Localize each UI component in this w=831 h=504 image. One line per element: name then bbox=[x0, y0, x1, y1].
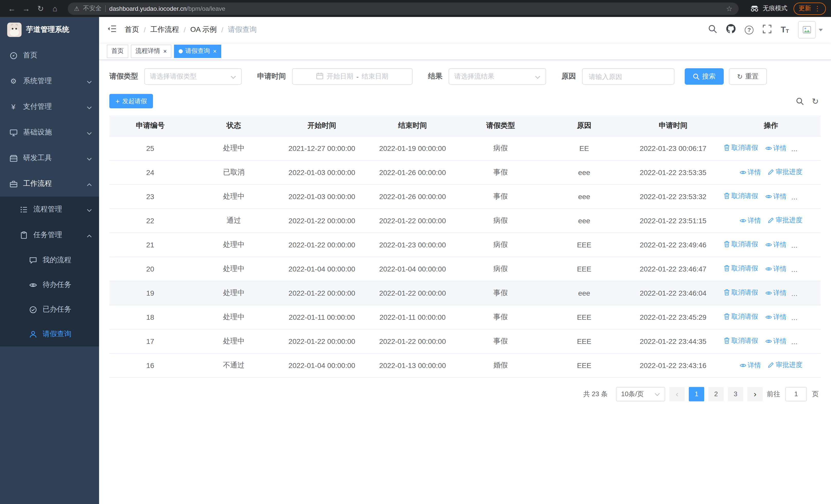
leave-type-select[interactable]: 请选择请假类型 bbox=[144, 68, 242, 85]
detail-link[interactable]: 详情 bbox=[739, 361, 761, 370]
approval-progress-link[interactable]: 审批进度 bbox=[768, 215, 803, 225]
reload-icon[interactable]: ↻ bbox=[34, 2, 47, 15]
eye-icon bbox=[765, 242, 772, 248]
back-icon[interactable]: ← bbox=[5, 2, 19, 15]
breadcrumb-oa-example[interactable]: OA 示例 bbox=[191, 25, 217, 34]
cancel-leave-link[interactable]: 取消请假 bbox=[724, 288, 758, 297]
sidebar-item-done-tasks[interactable]: 已办任务 bbox=[0, 297, 99, 322]
detail-link[interactable]: 详情 bbox=[765, 144, 786, 153]
breadcrumb: 首页/ 工作流程/ OA 示例/ 请假查询 bbox=[125, 25, 257, 34]
sidebar-item-system[interactable]: ⚙ 系统管理 bbox=[0, 68, 99, 94]
sidebar-item-my-process[interactable]: 我的流程 bbox=[0, 248, 99, 272]
list-icon bbox=[20, 206, 28, 213]
reset-button[interactable]: ↻ 重置 bbox=[729, 68, 767, 85]
update-button[interactable]: 更新 ⋮ bbox=[794, 2, 826, 14]
help-icon[interactable]: ? bbox=[745, 25, 753, 34]
approval-progress-link[interactable]: 审批进度 bbox=[794, 192, 821, 201]
approval-progress-link[interactable]: 审批进度 bbox=[794, 264, 821, 273]
search-icon[interactable] bbox=[708, 24, 717, 35]
approval-progress-link[interactable]: 审批进度 bbox=[768, 360, 803, 369]
browser-home-icon[interactable]: ⌂ bbox=[48, 2, 62, 15]
toggle-search-button[interactable] bbox=[796, 97, 804, 105]
page-button-1[interactable]: 1 bbox=[689, 387, 704, 401]
tab-home[interactable]: 首页 bbox=[107, 45, 128, 58]
sidebar-item-label: 流程管理 bbox=[33, 205, 62, 214]
cell-apply-time: 2022-01-22 23:46:47 bbox=[625, 257, 721, 281]
edit-icon bbox=[768, 362, 774, 368]
tab-process-detail[interactable]: 流程详情× bbox=[131, 45, 171, 58]
sidebar-menu: 首页 ⚙ 系统管理 ¥ 支付管理 基础设施 bbox=[0, 42, 99, 347]
leave-table: 申请编号 状态 开始时间 结束时间 请假类型 原因 申请时间 操作 bbox=[109, 116, 821, 378]
sidebar-item-payment[interactable]: ¥ 支付管理 bbox=[0, 94, 99, 120]
detail-link[interactable]: 详情 bbox=[765, 192, 786, 202]
approval-progress-link[interactable]: 审批进度 bbox=[794, 312, 821, 322]
address-bar[interactable]: ⚠ 不安全 dashboard.yudao.iocoder.cn/bpm/oa/… bbox=[68, 2, 739, 14]
detail-link[interactable]: 详情 bbox=[765, 265, 786, 274]
refresh-button[interactable]: ↻ bbox=[812, 96, 819, 106]
approval-progress-link[interactable]: 审批进度 bbox=[794, 336, 821, 346]
result-select[interactable]: 请选择流结果 bbox=[449, 68, 546, 85]
cell-reason: EEE bbox=[543, 257, 625, 281]
cancel-leave-link[interactable]: 取消请假 bbox=[724, 240, 758, 249]
reason-input[interactable] bbox=[582, 68, 675, 85]
col-apply-id: 申请编号 bbox=[109, 116, 191, 136]
sidebar-item-workflow[interactable]: 工作流程 bbox=[0, 171, 99, 197]
incognito-badge: 无痕模式 bbox=[750, 4, 787, 13]
sidebar-item-task-management[interactable]: 任务管理 bbox=[0, 222, 99, 248]
detail-link[interactable]: 详情 bbox=[765, 337, 786, 346]
tab-leave-query[interactable]: 请假查询× bbox=[174, 45, 221, 58]
page-button-3[interactable]: 3 bbox=[728, 387, 743, 401]
cell-end-time: 2022-01-19 00:00:00 bbox=[367, 136, 458, 160]
cancel-leave-link[interactable]: 取消请假 bbox=[724, 312, 758, 321]
sidebar-item-home[interactable]: 首页 bbox=[0, 42, 99, 68]
chevron-up-icon bbox=[87, 231, 92, 239]
breadcrumb-home[interactable]: 首页 bbox=[125, 25, 139, 34]
sidebar-fold-icon[interactable] bbox=[107, 25, 116, 35]
sidebar-item-todo-tasks[interactable]: 待办任务 bbox=[0, 272, 99, 297]
cancel-leave-link[interactable]: 取消请假 bbox=[724, 336, 758, 346]
next-page-button[interactable]: › bbox=[747, 387, 763, 401]
table-row: 19 处理中 2022-01-22 00:00:00 2022-01-22 00… bbox=[109, 281, 821, 305]
sidebar-item-infrastructure[interactable]: 基础设施 bbox=[0, 120, 99, 145]
approval-progress-link[interactable]: 审批进度 bbox=[768, 167, 803, 177]
approval-progress-link[interactable]: 审批进度 bbox=[794, 240, 821, 249]
app-logo[interactable]: 芋道管理系统 bbox=[0, 17, 99, 42]
sidebar-item-process-management[interactable]: 流程管理 bbox=[0, 197, 99, 222]
forward-icon[interactable]: → bbox=[20, 2, 33, 15]
breadcrumb-workflow[interactable]: 工作流程 bbox=[150, 25, 179, 34]
security-label[interactable]: 不安全 bbox=[83, 4, 102, 13]
create-leave-button[interactable]: + 发起请假 bbox=[109, 94, 153, 108]
fullscreen-icon[interactable] bbox=[763, 24, 771, 35]
approval-progress-link[interactable]: 审批进度 bbox=[794, 144, 821, 153]
cancel-leave-link[interactable]: 取消请假 bbox=[724, 264, 758, 273]
browser-menu-icon[interactable]: ⋮ bbox=[814, 5, 821, 12]
search-button[interactable]: 搜索 bbox=[685, 68, 724, 85]
cell-apply-time: 2022-01-22 23:43:16 bbox=[625, 353, 721, 377]
font-size-icon[interactable]: TT bbox=[781, 26, 789, 34]
page-size-select[interactable]: 10条/页 bbox=[616, 387, 665, 401]
cancel-leave-link[interactable]: 取消请假 bbox=[724, 143, 758, 152]
goto-page-input[interactable] bbox=[785, 387, 807, 401]
detail-link[interactable]: 详情 bbox=[739, 168, 761, 177]
sidebar-item-dev-tools[interactable]: 研发工具 bbox=[0, 145, 99, 171]
approval-progress-link[interactable]: 审批进度 bbox=[794, 288, 821, 297]
sidebar-item-leave-query[interactable]: 请假查询 bbox=[0, 322, 99, 347]
detail-link[interactable]: 详情 bbox=[765, 240, 786, 250]
detail-link[interactable]: 详情 bbox=[739, 216, 761, 225]
page-button-2[interactable]: 2 bbox=[708, 387, 724, 401]
prev-page-button[interactable]: ‹ bbox=[669, 387, 685, 401]
detail-link[interactable]: 详情 bbox=[765, 289, 786, 298]
github-icon[interactable] bbox=[726, 24, 736, 35]
detail-link[interactable]: 详情 bbox=[765, 313, 786, 322]
close-icon[interactable]: × bbox=[163, 48, 167, 54]
cancel-leave-link[interactable]: 取消请假 bbox=[724, 191, 758, 201]
cell-status: 通过 bbox=[191, 208, 277, 233]
cell-start-time: 2021-12-27 00:00:00 bbox=[277, 136, 367, 160]
user-avatar[interactable] bbox=[798, 21, 823, 38]
close-icon[interactable]: × bbox=[213, 48, 217, 54]
page-unit-label: 页 bbox=[812, 389, 819, 398]
check-circle-icon bbox=[29, 306, 37, 313]
sidebar-item-label: 基础设施 bbox=[23, 128, 52, 137]
apply-time-range-picker[interactable]: 开始日期 - 结束日期 bbox=[292, 68, 413, 85]
bookmark-star-icon[interactable]: ☆ bbox=[726, 4, 733, 12]
